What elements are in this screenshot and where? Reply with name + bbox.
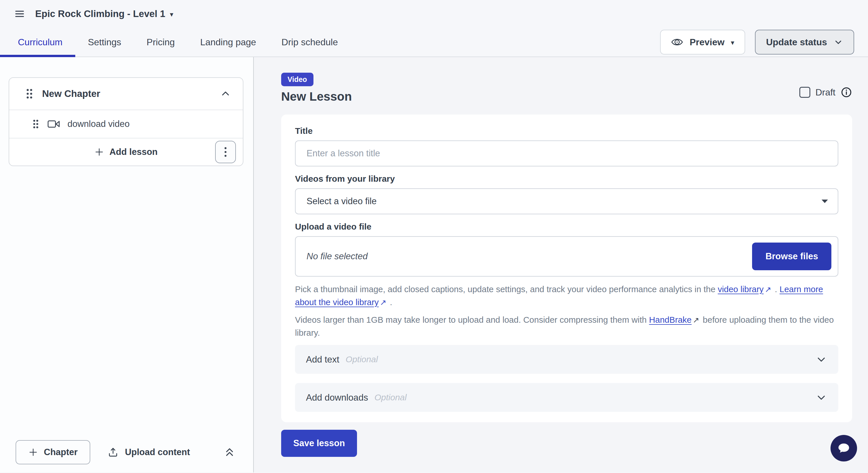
upload-content-button[interactable]: Upload content	[107, 447, 190, 458]
chat-widget-button[interactable]	[831, 435, 857, 462]
lesson-editor: Video New Lesson Draft Title	[254, 57, 868, 472]
external-link-icon: ↗	[764, 283, 773, 296]
select-value: Select a video file	[307, 196, 377, 207]
lesson-type-badge: Video	[281, 73, 313, 86]
title-field-group: Title	[295, 126, 838, 166]
chapter-options-button[interactable]	[215, 141, 236, 163]
video-library-select[interactable]: Select a video file	[295, 188, 838, 214]
chevron-up-icon[interactable]	[220, 88, 231, 99]
chevron-down-icon	[815, 353, 827, 366]
tab-landing-page[interactable]: Landing page	[187, 28, 269, 57]
lesson-item-title: download video	[67, 119, 129, 129]
draft-checkbox[interactable]	[799, 87, 810, 98]
section-label: Add text	[306, 354, 339, 365]
chapter-card: New Chapter	[9, 77, 243, 166]
upload-label: Upload a video file	[295, 222, 838, 231]
tab-drip-schedule[interactable]: Drip schedule	[269, 28, 351, 57]
draft-label: Draft	[815, 87, 835, 98]
browse-files-button[interactable]: Browse files	[752, 243, 831, 270]
lesson-form-card: Title Videos from your library Select a …	[281, 115, 852, 422]
title-label: Title	[295, 126, 838, 136]
caret-down-icon	[822, 199, 828, 203]
file-size-help-text: Videos larger than 1GB may take longer t…	[295, 314, 838, 339]
tab-pricing[interactable]: Pricing	[134, 28, 187, 57]
optional-hint: Optional	[346, 354, 378, 364]
tabbar: Curriculum Settings Pricing Landing page…	[0, 28, 868, 57]
add-chapter-button[interactable]: Chapter	[16, 440, 90, 464]
save-lesson-button[interactable]: Save lesson	[281, 430, 357, 457]
drag-handle-icon[interactable]	[32, 119, 40, 129]
chapter-header[interactable]: New Chapter	[9, 78, 243, 109]
add-lesson-button[interactable]: Add lesson	[94, 147, 157, 157]
upload-field-group: Upload a video file No file selected Bro…	[295, 222, 838, 277]
video-library-link[interactable]: video library	[718, 284, 764, 294]
handbrake-link[interactable]: HandBrake	[649, 315, 692, 324]
page-title: New Lesson	[281, 90, 352, 103]
optional-hint: Optional	[374, 392, 407, 402]
file-status-text: No file selected	[307, 251, 368, 261]
chat-bubble-icon	[836, 441, 851, 456]
curriculum-sidebar: New Chapter	[0, 57, 254, 472]
info-icon[interactable]	[841, 87, 852, 98]
tab-settings[interactable]: Settings	[75, 28, 134, 57]
add-downloads-section[interactable]: Add downloads Optional	[295, 383, 838, 412]
plus-icon	[94, 147, 104, 157]
video-help-text: Pick a thumbnail image, add closed capti…	[295, 283, 838, 309]
lesson-title-input[interactable]	[295, 140, 838, 166]
draft-toggle: Draft	[799, 87, 852, 98]
course-title-dropdown[interactable]: Epic Rock Climbing - Level 1 ▾	[35, 8, 173, 19]
caret-down-icon: ▾	[731, 39, 734, 46]
lesson-header: Video New Lesson Draft	[281, 73, 852, 103]
plus-icon	[28, 447, 38, 457]
kebab-menu-icon	[224, 146, 227, 158]
section-label: Add downloads	[306, 392, 368, 403]
chapter-footer: Add lesson	[9, 138, 243, 165]
hamburger-menu-icon[interactable]	[13, 7, 26, 20]
chevron-down-icon	[815, 391, 827, 404]
tab-curriculum[interactable]: Curriculum	[0, 28, 75, 57]
topbar: Epic Rock Climbing - Level 1 ▾	[0, 0, 868, 28]
external-link-icon: ↗	[379, 296, 388, 309]
eye-icon	[671, 37, 683, 47]
update-status-button[interactable]: Update status	[755, 30, 854, 55]
video-camera-icon	[47, 119, 60, 129]
double-chevron-up-icon	[223, 446, 236, 459]
collapse-sidebar-button[interactable]	[223, 446, 236, 459]
lesson-item[interactable]: download video	[9, 110, 243, 138]
tab-actions: Preview ▾ Update status	[660, 30, 854, 55]
sidebar-footer: Chapter Upload content	[0, 440, 253, 464]
drag-handle-icon[interactable]	[25, 88, 34, 100]
library-label: Videos from your library	[295, 174, 838, 184]
chapter-title: New Chapter	[42, 88, 100, 99]
file-dropzone[interactable]: No file selected Browse files	[295, 236, 838, 277]
external-link-icon: ↗	[691, 314, 701, 326]
chevron-down-icon	[833, 37, 843, 47]
library-field-group: Videos from your library Select a video …	[295, 174, 838, 214]
upload-icon	[107, 447, 119, 458]
preview-button[interactable]: Preview ▾	[660, 30, 745, 55]
course-title: Epic Rock Climbing - Level 1	[35, 8, 165, 19]
add-text-section[interactable]: Add text Optional	[295, 345, 838, 374]
caret-down-icon: ▾	[170, 11, 173, 18]
